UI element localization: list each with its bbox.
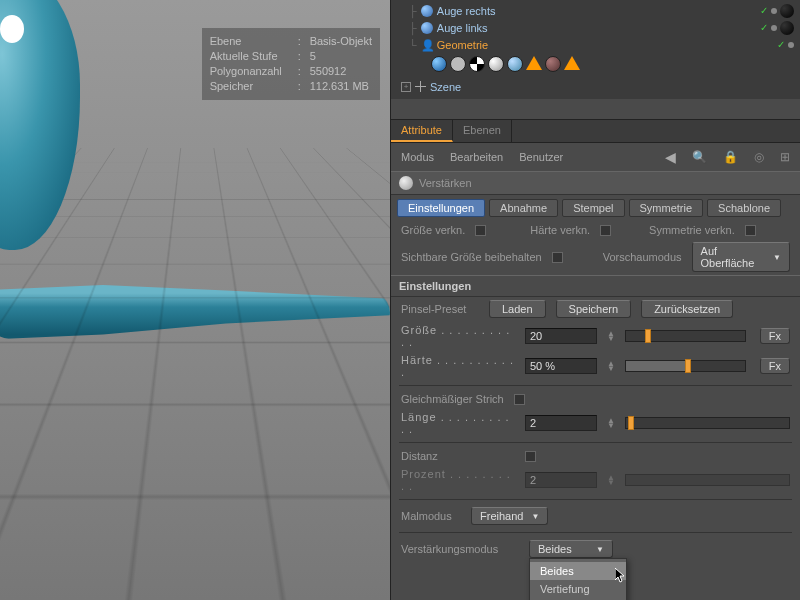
sphere-icon	[421, 22, 433, 34]
keep-size-checkbox[interactable]	[552, 252, 563, 263]
preview-mode-dropdown[interactable]: Auf Oberfläche▼	[692, 242, 790, 272]
preview-mode-label: Vorschaumodus	[603, 251, 682, 263]
hardness-slider[interactable]	[625, 360, 746, 372]
link-hardness-label: Härte verkn.	[530, 224, 590, 236]
object-row-scene[interactable]: + Szene	[397, 78, 794, 95]
amplify-mode-menu: Beides Vertiefung Erhöhung	[529, 558, 627, 600]
link-size-label: Größe verkn.	[401, 224, 465, 236]
reset-button[interactable]: Zurücksetzen	[641, 300, 733, 318]
check-icon[interactable]: ✓	[760, 5, 768, 16]
material-icon[interactable]	[780, 4, 794, 18]
material-tag[interactable]	[450, 56, 466, 72]
menu-modus[interactable]: Modus	[401, 151, 434, 163]
link-symmetry-checkbox[interactable]	[745, 225, 756, 236]
object-label: Geometrie	[437, 39, 488, 51]
phong-tag-icon[interactable]	[564, 56, 580, 70]
check-icon[interactable]: ✓	[777, 39, 785, 50]
tool-title: Verstärken	[419, 177, 472, 189]
length-slider[interactable]	[625, 417, 790, 429]
material-icon[interactable]	[780, 21, 794, 35]
material-tag[interactable]	[469, 56, 485, 72]
fx-button[interactable]: Fx	[760, 358, 790, 374]
stroke-checkbox[interactable]	[514, 394, 525, 405]
menu-benutzer[interactable]: Benutzer	[519, 151, 563, 163]
object-row-geometry[interactable]: └ 👤 Geometrie ✓	[397, 36, 794, 53]
tab-layers[interactable]: Ebenen	[453, 120, 512, 142]
length-label: Länge . . . . . . . . . . .	[401, 411, 515, 435]
stepper-icon[interactable]: ▲▼	[607, 331, 615, 341]
panel-tabs: Attribute Ebenen	[391, 120, 800, 143]
tool-icon	[399, 176, 413, 190]
menu-bearbeiten[interactable]: Bearbeiten	[450, 151, 503, 163]
viewport[interactable]: Ebene:Basis-Objekt Aktuelle Stufe:5 Poly…	[0, 0, 390, 600]
percent-input: 2	[525, 472, 597, 488]
stepper-icon[interactable]: ▲▼	[607, 361, 615, 371]
amplify-mode-label: Verstärkungsmodus	[401, 543, 519, 555]
chevron-down-icon: ▼	[596, 545, 604, 554]
load-button[interactable]: Laden	[489, 300, 546, 318]
attribute-menubar: Modus Bearbeiten Benutzer ◀ 🔍 🔒 ◎ ⊞	[391, 143, 800, 171]
length-input[interactable]: 2	[525, 415, 597, 431]
material-tag[interactable]	[545, 56, 561, 72]
phong-tag-icon[interactable]	[526, 56, 542, 70]
check-icon[interactable]: ✓	[760, 22, 768, 33]
expand-icon[interactable]: +	[401, 82, 411, 92]
null-icon	[415, 81, 426, 92]
nav-back-icon[interactable]: ◀	[665, 149, 676, 165]
hardness-input[interactable]: 50 %	[525, 358, 597, 374]
link-symmetry-label: Symmetrie verkn.	[649, 224, 735, 236]
subtab-abnahme[interactable]: Abnahme	[489, 199, 558, 217]
material-tag[interactable]	[431, 56, 447, 72]
dropdown-option-beides[interactable]: Beides	[530, 562, 626, 580]
lock-icon[interactable]: 🔒	[723, 150, 738, 164]
object-label: Szene	[430, 81, 461, 93]
attribute-manager: Attribute Ebenen Modus Bearbeiten Benutz…	[391, 119, 800, 171]
visibility-dot[interactable]	[788, 42, 794, 48]
distance-checkbox[interactable]	[525, 451, 536, 462]
subtab-schablone[interactable]: Schablone	[707, 199, 781, 217]
tree-branch-icon: ├	[409, 22, 417, 34]
magnify-icon[interactable]: 🔍	[692, 150, 707, 164]
fx-button[interactable]: Fx	[760, 328, 790, 344]
hardness-label: Härte . . . . . . . . . . .	[401, 354, 515, 378]
visibility-dot[interactable]	[771, 8, 777, 14]
preset-label: Pinsel-Preset	[401, 303, 479, 315]
new-window-icon[interactable]: ⊞	[780, 150, 790, 164]
object-row-eye-right[interactable]: ├ Auge rechts ✓	[397, 2, 794, 19]
chevron-down-icon: ▼	[773, 253, 781, 262]
stepper-icon[interactable]: ▲▼	[607, 418, 615, 428]
stepper-icon: ▲▼	[607, 475, 615, 485]
link-hardness-checkbox[interactable]	[600, 225, 611, 236]
dropdown-option-vertiefung[interactable]: Vertiefung	[530, 580, 626, 598]
amplify-mode-dropdown[interactable]: Beides▼	[529, 540, 613, 558]
stroke-label: Gleichmäßiger Strich	[401, 393, 504, 405]
size-slider[interactable]	[625, 330, 746, 342]
sphere-icon	[421, 5, 433, 17]
visibility-dot[interactable]	[771, 25, 777, 31]
object-manager: ├ Auge rechts ✓ ├ Auge links ✓ └ 👤 Geome…	[391, 0, 800, 99]
distance-label: Distanz	[401, 450, 515, 462]
percent-label: Prozent . . . . . . . . . .	[401, 468, 515, 492]
tree-branch-icon: ├	[409, 5, 417, 17]
link-size-checkbox[interactable]	[475, 225, 486, 236]
section-header: Einstellungen	[391, 275, 800, 297]
object-row-eye-left[interactable]: ├ Auge links ✓	[397, 19, 794, 36]
subtab-einstellungen[interactable]: Einstellungen	[397, 199, 485, 217]
tab-attribute[interactable]: Attribute	[391, 120, 453, 142]
size-label: Größe . . . . . . . . . . .	[401, 324, 515, 348]
subtab-symmetrie[interactable]: Symmetrie	[629, 199, 704, 217]
target-icon[interactable]: ◎	[754, 150, 764, 164]
right-panel: ├ Auge rechts ✓ ├ Auge links ✓ └ 👤 Geome…	[390, 0, 800, 600]
chevron-down-icon: ▼	[531, 512, 539, 521]
size-input[interactable]: 20	[525, 328, 597, 344]
paintmode-label: Malmodus	[401, 510, 461, 522]
keep-size-label: Sichtbare Größe beibehalten	[401, 251, 542, 263]
paintmode-dropdown[interactable]: Freihand▼	[471, 507, 548, 525]
save-button[interactable]: Speichern	[556, 300, 632, 318]
tool-subtabs: Einstellungen Abnahme Stempel Symmetrie …	[391, 195, 800, 221]
subtab-stempel[interactable]: Stempel	[562, 199, 624, 217]
material-tag[interactable]	[507, 56, 523, 72]
material-tags	[397, 53, 794, 78]
object-label: Auge rechts	[437, 5, 496, 17]
material-tag[interactable]	[488, 56, 504, 72]
